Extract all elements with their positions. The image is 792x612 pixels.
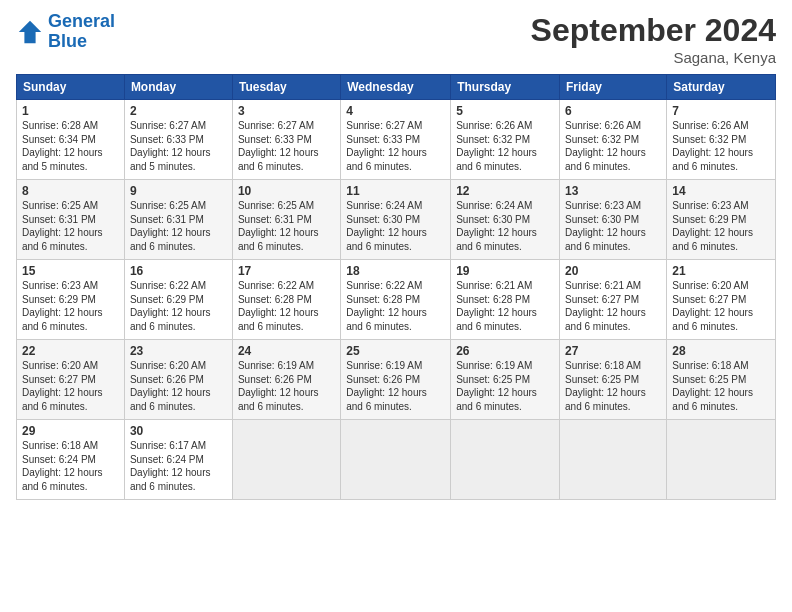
- day-number: 4: [346, 104, 445, 118]
- day-info: Sunrise: 6:26 AM Sunset: 6:32 PM Dayligh…: [565, 119, 661, 173]
- day-info: Sunrise: 6:19 AM Sunset: 6:25 PM Dayligh…: [456, 359, 554, 413]
- day-number: 27: [565, 344, 661, 358]
- day-info: Sunrise: 6:20 AM Sunset: 6:27 PM Dayligh…: [22, 359, 119, 413]
- col-thursday: Thursday: [451, 75, 560, 100]
- table-row: 3 Sunrise: 6:27 AM Sunset: 6:33 PM Dayli…: [232, 100, 340, 180]
- col-sunday: Sunday: [17, 75, 125, 100]
- day-number: 24: [238, 344, 335, 358]
- day-info: Sunrise: 6:22 AM Sunset: 6:28 PM Dayligh…: [346, 279, 445, 333]
- logo: General Blue: [16, 12, 115, 52]
- svg-marker-0: [19, 21, 41, 43]
- page: General Blue September 2024 Sagana, Keny…: [0, 0, 792, 612]
- table-row: [560, 420, 667, 500]
- table-row: 14 Sunrise: 6:23 AM Sunset: 6:29 PM Dayl…: [667, 180, 776, 260]
- table-row: 13 Sunrise: 6:23 AM Sunset: 6:30 PM Dayl…: [560, 180, 667, 260]
- month-title: September 2024: [531, 12, 776, 49]
- day-info: Sunrise: 6:18 AM Sunset: 6:24 PM Dayligh…: [22, 439, 119, 493]
- day-number: 6: [565, 104, 661, 118]
- day-number: 10: [238, 184, 335, 198]
- col-monday: Monday: [124, 75, 232, 100]
- day-info: Sunrise: 6:18 AM Sunset: 6:25 PM Dayligh…: [565, 359, 661, 413]
- day-number: 15: [22, 264, 119, 278]
- table-row: 30 Sunrise: 6:17 AM Sunset: 6:24 PM Dayl…: [124, 420, 232, 500]
- table-row: 29 Sunrise: 6:18 AM Sunset: 6:24 PM Dayl…: [17, 420, 125, 500]
- table-row: 5 Sunrise: 6:26 AM Sunset: 6:32 PM Dayli…: [451, 100, 560, 180]
- day-info: Sunrise: 6:26 AM Sunset: 6:32 PM Dayligh…: [456, 119, 554, 173]
- day-number: 25: [346, 344, 445, 358]
- table-row: 12 Sunrise: 6:24 AM Sunset: 6:30 PM Dayl…: [451, 180, 560, 260]
- title-block: September 2024 Sagana, Kenya: [531, 12, 776, 66]
- day-info: Sunrise: 6:24 AM Sunset: 6:30 PM Dayligh…: [346, 199, 445, 253]
- table-row: 15 Sunrise: 6:23 AM Sunset: 6:29 PM Dayl…: [17, 260, 125, 340]
- table-row: 19 Sunrise: 6:21 AM Sunset: 6:28 PM Dayl…: [451, 260, 560, 340]
- col-friday: Friday: [560, 75, 667, 100]
- table-row: 8 Sunrise: 6:25 AM Sunset: 6:31 PM Dayli…: [17, 180, 125, 260]
- day-info: Sunrise: 6:27 AM Sunset: 6:33 PM Dayligh…: [346, 119, 445, 173]
- table-row: 22 Sunrise: 6:20 AM Sunset: 6:27 PM Dayl…: [17, 340, 125, 420]
- table-row: 11 Sunrise: 6:24 AM Sunset: 6:30 PM Dayl…: [341, 180, 451, 260]
- day-info: Sunrise: 6:20 AM Sunset: 6:26 PM Dayligh…: [130, 359, 227, 413]
- day-info: Sunrise: 6:27 AM Sunset: 6:33 PM Dayligh…: [238, 119, 335, 173]
- day-info: Sunrise: 6:23 AM Sunset: 6:30 PM Dayligh…: [565, 199, 661, 253]
- day-number: 18: [346, 264, 445, 278]
- day-info: Sunrise: 6:22 AM Sunset: 6:28 PM Dayligh…: [238, 279, 335, 333]
- day-number: 1: [22, 104, 119, 118]
- day-info: Sunrise: 6:25 AM Sunset: 6:31 PM Dayligh…: [22, 199, 119, 253]
- table-row: 2 Sunrise: 6:27 AM Sunset: 6:33 PM Dayli…: [124, 100, 232, 180]
- table-row: 10 Sunrise: 6:25 AM Sunset: 6:31 PM Dayl…: [232, 180, 340, 260]
- day-info: Sunrise: 6:19 AM Sunset: 6:26 PM Dayligh…: [238, 359, 335, 413]
- day-info: Sunrise: 6:18 AM Sunset: 6:25 PM Dayligh…: [672, 359, 770, 413]
- day-number: 2: [130, 104, 227, 118]
- day-info: Sunrise: 6:19 AM Sunset: 6:26 PM Dayligh…: [346, 359, 445, 413]
- col-wednesday: Wednesday: [341, 75, 451, 100]
- day-info: Sunrise: 6:23 AM Sunset: 6:29 PM Dayligh…: [672, 199, 770, 253]
- day-number: 9: [130, 184, 227, 198]
- table-row: 9 Sunrise: 6:25 AM Sunset: 6:31 PM Dayli…: [124, 180, 232, 260]
- day-number: 20: [565, 264, 661, 278]
- day-number: 14: [672, 184, 770, 198]
- table-row: 6 Sunrise: 6:26 AM Sunset: 6:32 PM Dayli…: [560, 100, 667, 180]
- day-number: 17: [238, 264, 335, 278]
- day-number: 16: [130, 264, 227, 278]
- table-row: [232, 420, 340, 500]
- day-number: 30: [130, 424, 227, 438]
- day-info: Sunrise: 6:17 AM Sunset: 6:24 PM Dayligh…: [130, 439, 227, 493]
- table-row: 23 Sunrise: 6:20 AM Sunset: 6:26 PM Dayl…: [124, 340, 232, 420]
- day-number: 13: [565, 184, 661, 198]
- day-info: Sunrise: 6:28 AM Sunset: 6:34 PM Dayligh…: [22, 119, 119, 173]
- day-number: 8: [22, 184, 119, 198]
- day-info: Sunrise: 6:21 AM Sunset: 6:27 PM Dayligh…: [565, 279, 661, 333]
- table-row: 18 Sunrise: 6:22 AM Sunset: 6:28 PM Dayl…: [341, 260, 451, 340]
- table-row: 27 Sunrise: 6:18 AM Sunset: 6:25 PM Dayl…: [560, 340, 667, 420]
- table-row: 17 Sunrise: 6:22 AM Sunset: 6:28 PM Dayl…: [232, 260, 340, 340]
- day-info: Sunrise: 6:22 AM Sunset: 6:29 PM Dayligh…: [130, 279, 227, 333]
- table-row: 1 Sunrise: 6:28 AM Sunset: 6:34 PM Dayli…: [17, 100, 125, 180]
- day-info: Sunrise: 6:27 AM Sunset: 6:33 PM Dayligh…: [130, 119, 227, 173]
- day-info: Sunrise: 6:21 AM Sunset: 6:28 PM Dayligh…: [456, 279, 554, 333]
- day-number: 23: [130, 344, 227, 358]
- calendar-week-row: 8 Sunrise: 6:25 AM Sunset: 6:31 PM Dayli…: [17, 180, 776, 260]
- calendar-header-row: Sunday Monday Tuesday Wednesday Thursday…: [17, 75, 776, 100]
- table-row: 25 Sunrise: 6:19 AM Sunset: 6:26 PM Dayl…: [341, 340, 451, 420]
- table-row: 7 Sunrise: 6:26 AM Sunset: 6:32 PM Dayli…: [667, 100, 776, 180]
- header: General Blue September 2024 Sagana, Keny…: [16, 12, 776, 66]
- table-row: [341, 420, 451, 500]
- table-row: 20 Sunrise: 6:21 AM Sunset: 6:27 PM Dayl…: [560, 260, 667, 340]
- day-info: Sunrise: 6:20 AM Sunset: 6:27 PM Dayligh…: [672, 279, 770, 333]
- table-row: 28 Sunrise: 6:18 AM Sunset: 6:25 PM Dayl…: [667, 340, 776, 420]
- day-number: 22: [22, 344, 119, 358]
- table-row: [451, 420, 560, 500]
- table-row: 16 Sunrise: 6:22 AM Sunset: 6:29 PM Dayl…: [124, 260, 232, 340]
- col-saturday: Saturday: [667, 75, 776, 100]
- day-number: 26: [456, 344, 554, 358]
- day-number: 5: [456, 104, 554, 118]
- day-number: 21: [672, 264, 770, 278]
- day-number: 11: [346, 184, 445, 198]
- day-info: Sunrise: 6:24 AM Sunset: 6:30 PM Dayligh…: [456, 199, 554, 253]
- table-row: 21 Sunrise: 6:20 AM Sunset: 6:27 PM Dayl…: [667, 260, 776, 340]
- day-info: Sunrise: 6:23 AM Sunset: 6:29 PM Dayligh…: [22, 279, 119, 333]
- table-row: [667, 420, 776, 500]
- calendar-week-row: 22 Sunrise: 6:20 AM Sunset: 6:27 PM Dayl…: [17, 340, 776, 420]
- day-number: 28: [672, 344, 770, 358]
- calendar-week-row: 29 Sunrise: 6:18 AM Sunset: 6:24 PM Dayl…: [17, 420, 776, 500]
